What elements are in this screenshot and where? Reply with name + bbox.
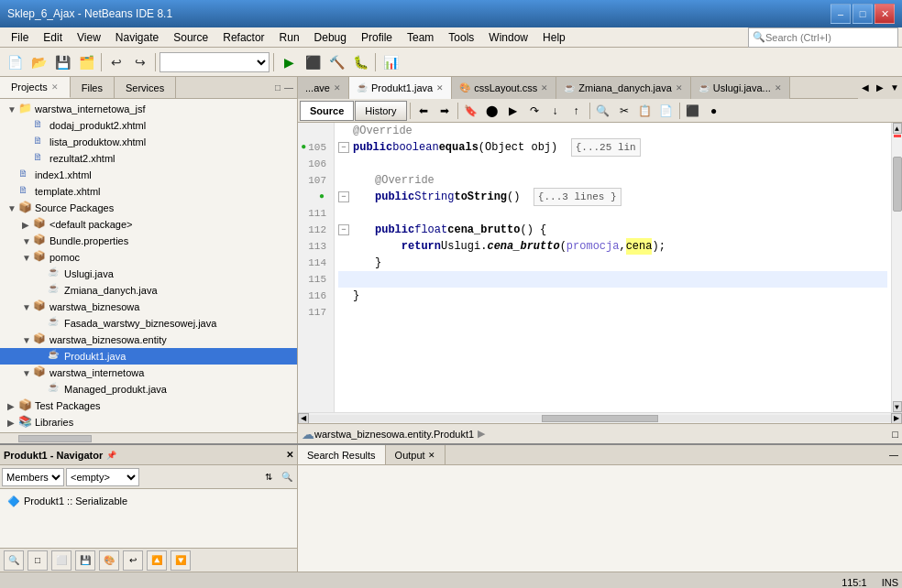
menu-navigate[interactable]: Navigate: [108, 29, 166, 46]
toolbar-combo[interactable]: [160, 52, 270, 72]
tab-zmiana[interactable]: ☕ Zmiana_danych.java ✕: [556, 77, 691, 99]
tab-close-icon[interactable]: ✕: [334, 83, 341, 93]
tab-files[interactable]: Files: [71, 77, 115, 98]
tree-item-index[interactable]: 🗎 index1.xhtml: [0, 167, 297, 183]
tab-search-results[interactable]: Search Results: [298, 445, 386, 464]
run-button[interactable]: ▶: [278, 51, 300, 73]
menu-profile[interactable]: Profile: [354, 29, 400, 46]
cut-button[interactable]: ✂: [614, 101, 634, 121]
toggle-breakpoint[interactable]: ⬤: [482, 101, 502, 121]
right-scrollbar[interactable]: ▲ ▼: [891, 123, 902, 412]
record-button[interactable]: ●: [704, 101, 724, 121]
maximize-button[interactable]: □: [852, 4, 873, 24]
source-button[interactable]: Source: [300, 101, 354, 121]
nav-btn-5[interactable]: 🎨: [99, 550, 119, 571]
minimize-button[interactable]: –: [830, 4, 851, 24]
tab-dropdown[interactable]: ▼: [887, 77, 902, 99]
empty-select[interactable]: <empty>: [66, 468, 139, 486]
editor-maximize-icon[interactable]: □: [892, 429, 898, 440]
code-line-current[interactable]: [338, 271, 887, 288]
nav-tree-item[interactable]: 🔷 Produkt1 :: Serializable: [4, 493, 293, 509]
panel-maximize-icon[interactable]: □: [275, 82, 280, 93]
nav-sort-button[interactable]: ⇅: [260, 469, 277, 485]
forward-button[interactable]: ➡: [434, 101, 455, 121]
tree-item-produkt1[interactable]: ☕ Produkt1.java: [0, 348, 297, 365]
panel-close-icon[interactable]: —: [284, 82, 293, 93]
nav-btn-4[interactable]: 💾: [75, 550, 95, 571]
tree-item-managed[interactable]: ☕ Managed_produkt.java: [0, 381, 297, 397]
tree-item-source-packages[interactable]: ▼ 📦 Source Packages: [0, 200, 297, 216]
fold-button[interactable]: −: [338, 142, 349, 153]
run-to-cursor[interactable]: ▶: [503, 101, 523, 121]
tree-item-dodaj[interactable]: 🗎 dodaj_produkt2.xhtml: [0, 117, 297, 134]
fold-button[interactable]: −: [338, 224, 349, 235]
code-content[interactable]: @Override − public boolean equals (Objec…: [335, 123, 891, 412]
scroll-down-button[interactable]: ▼: [893, 401, 902, 412]
menu-file[interactable]: File: [4, 29, 36, 46]
step-over[interactable]: ↷: [524, 101, 544, 121]
tab-projects[interactable]: Projects ✕: [0, 77, 71, 98]
profile-button[interactable]: 📊: [380, 51, 402, 73]
scroll-thumb[interactable]: [893, 157, 902, 212]
tree-item-lista[interactable]: 🗎 lista_produktow.xhtml: [0, 134, 297, 150]
copy-button[interactable]: 📋: [635, 101, 655, 121]
scroll-thumb[interactable]: [542, 415, 658, 422]
nav-btn-7[interactable]: 🔼: [147, 550, 167, 571]
nav-filter-button[interactable]: 🔍: [279, 469, 295, 485]
tab-produkt1[interactable]: ☕ Produkt1.java ✕: [349, 77, 452, 99]
menu-window[interactable]: Window: [481, 29, 535, 46]
nav-btn-3[interactable]: ⬜: [51, 550, 72, 571]
code-editor[interactable]: 105 106 107 111 112 113 114 115 116 117 …: [298, 123, 902, 412]
tree-item-pomoc[interactable]: ▼ 📦 pomoc: [0, 249, 297, 266]
minimize-icon[interactable]: —: [889, 450, 898, 460]
tab-output[interactable]: Output ✕: [386, 445, 446, 464]
nav-btn-6[interactable]: ↩: [123, 550, 143, 571]
tab-close-icon[interactable]: ✕: [541, 83, 548, 93]
tree-item-uslugi[interactable]: ☕ Uslugi.java: [0, 266, 297, 282]
undo-button[interactable]: ↩: [105, 51, 127, 73]
menu-tools[interactable]: Tools: [441, 29, 481, 46]
fold-button[interactable]: −: [338, 191, 349, 202]
scroll-right-button[interactable]: ▶: [891, 413, 902, 424]
tab-scroll-left[interactable]: ◀: [858, 77, 873, 99]
tree-item-warstwa-internetowa[interactable]: ▼ 📁 warstwa_internetowa_jsf: [0, 101, 297, 117]
tab-scroll-right[interactable]: ▶: [873, 77, 887, 99]
tree-item-fasada[interactable]: ☕ Fasada_warstwy_biznesowej.java: [0, 315, 297, 332]
menu-debug[interactable]: Debug: [307, 29, 354, 46]
stop-button[interactable]: ⬛: [302, 51, 324, 73]
tree-item-test-packages[interactable]: ▶ 📦 Test Packages: [0, 397, 297, 414]
close-button[interactable]: ✕: [874, 4, 895, 24]
left-scroll-thumb[interactable]: [18, 435, 92, 442]
tab-services[interactable]: Services: [115, 77, 176, 98]
history-button[interactable]: History: [355, 101, 406, 121]
menu-view[interactable]: View: [70, 29, 108, 46]
tree-item-template[interactable]: 🗎 template.xhtml: [0, 183, 297, 200]
left-panel-scrollbar[interactable]: [0, 432, 297, 443]
tree-item-default-package[interactable]: ▶ 📦 <default package>: [0, 216, 297, 233]
tab-close-icon[interactable]: ✕: [436, 83, 444, 93]
menu-refactor[interactable]: Refactor: [215, 29, 271, 46]
step-into[interactable]: ↓: [545, 101, 566, 121]
build-button[interactable]: 🔨: [325, 51, 347, 73]
toggle-bookmark[interactable]: 🔖: [461, 101, 481, 121]
paste-button[interactable]: 📄: [656, 101, 676, 121]
tree-item-zmiana[interactable]: ☕ Zmiana_danych.java: [0, 282, 297, 299]
search-input[interactable]: [765, 32, 894, 43]
tab-close-icon[interactable]: ✕: [676, 83, 683, 93]
redo-button[interactable]: ↪: [129, 51, 151, 73]
menu-run[interactable]: Run: [272, 29, 307, 46]
nav-btn-8[interactable]: 🔽: [170, 550, 191, 571]
tab-close-icon[interactable]: ✕: [775, 83, 782, 93]
tree-item-entity[interactable]: ▼ 📦 warstwa_biznesowa.entity: [0, 332, 297, 348]
tab-close-icon[interactable]: ✕: [428, 451, 435, 460]
tab-csslayout[interactable]: 🎨 cssLayout.css ✕: [452, 77, 556, 99]
scroll-left-button[interactable]: ◀: [298, 413, 309, 424]
tree-item-bundle[interactable]: ▼ 📦 Bundle.properties: [0, 233, 297, 249]
horizontal-scrollbar[interactable]: ◀ ▶: [298, 412, 902, 423]
tree-item-warstwa-int[interactable]: ▼ 📦 warstwa_internetowa: [0, 365, 297, 381]
tab-ave[interactable]: ...ave ✕: [298, 77, 349, 99]
members-select[interactable]: Members: [2, 468, 64, 486]
scroll-up-button[interactable]: ▲: [893, 123, 902, 134]
back-button[interactable]: ⬅: [413, 101, 434, 121]
step-out[interactable]: ↑: [566, 101, 587, 121]
